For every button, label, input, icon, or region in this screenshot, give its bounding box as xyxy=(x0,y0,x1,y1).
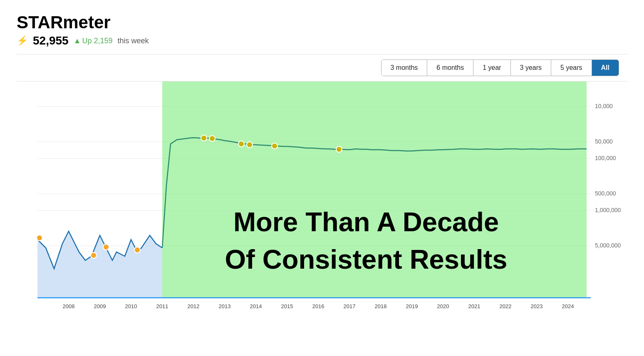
x-2023: 2023 xyxy=(531,303,543,309)
dot-2009b xyxy=(103,244,109,250)
x-2009: 2009 xyxy=(94,303,106,309)
dot-2012a xyxy=(201,135,207,141)
y-label-1m: 1,000,000 xyxy=(595,207,621,213)
starmeter-icon: ⚡ xyxy=(17,35,28,46)
dot-2013b xyxy=(247,142,253,148)
x-2020: 2020 xyxy=(437,303,449,309)
x-2012: 2012 xyxy=(188,303,200,309)
rank-change: ▲Up 2,159 xyxy=(74,37,113,45)
dot-2009a xyxy=(91,252,97,258)
dot-2012b xyxy=(209,136,215,141)
x-2011: 2011 xyxy=(156,303,168,309)
dot-2013a xyxy=(238,141,244,147)
x-2017: 2017 xyxy=(344,303,356,309)
overlay-text-line2: Of Consistent Results xyxy=(225,244,508,274)
y-label-5m: 5,000,000 xyxy=(595,242,621,249)
x-2010: 2010 xyxy=(125,303,137,309)
x-2022: 2022 xyxy=(500,303,512,309)
y-label-500k: 500,000 xyxy=(595,190,616,197)
x-2015: 2015 xyxy=(281,303,293,309)
dot-2014 xyxy=(272,143,277,149)
rank-value: 52,955 xyxy=(33,34,69,47)
blue-area xyxy=(37,231,162,298)
x-2018: 2018 xyxy=(375,303,387,309)
x-2021: 2021 xyxy=(468,303,481,309)
y-label-10k: 10,000 xyxy=(595,103,613,109)
x-2016: 2016 xyxy=(312,303,324,309)
y-label-50k: 50,000 xyxy=(595,138,613,145)
top-divider xyxy=(17,54,627,54)
up-arrow-icon: ▲ xyxy=(74,37,81,45)
filter-3years[interactable]: 3 years xyxy=(511,60,551,76)
time-filter-group: 3 months 6 months 1 year 3 years 5 years… xyxy=(381,59,619,76)
chart-svg: 10,000 50,000 100,000 500,000 1,000,000 … xyxy=(17,82,627,323)
x-2019: 2019 xyxy=(406,303,418,309)
filter-6months[interactable]: 6 months xyxy=(427,60,473,76)
dot-2017 xyxy=(336,146,342,152)
filter-3months[interactable]: 3 months xyxy=(381,60,428,76)
filter-bar: 3 months 6 months 1 year 3 years 5 years… xyxy=(17,59,627,76)
dot-2010 xyxy=(134,247,140,253)
dot-2007 xyxy=(37,235,42,241)
filter-1year[interactable]: 1 year xyxy=(473,60,510,76)
filter-all[interactable]: All xyxy=(592,60,619,76)
x-2008: 2008 xyxy=(63,303,75,309)
y-label-100k: 100,000 xyxy=(595,155,616,161)
x-2024: 2024 xyxy=(562,303,574,309)
filter-5years[interactable]: 5 years xyxy=(551,60,592,76)
x-2014: 2014 xyxy=(250,303,262,309)
chart-area: 10,000 50,000 100,000 500,000 1,000,000 … xyxy=(17,82,627,323)
overlay-text-line1: More Than A Decade xyxy=(233,207,499,237)
rank-period: this week xyxy=(118,37,149,45)
page-title: STARmeter xyxy=(17,12,627,32)
x-2013: 2013 xyxy=(219,303,231,309)
